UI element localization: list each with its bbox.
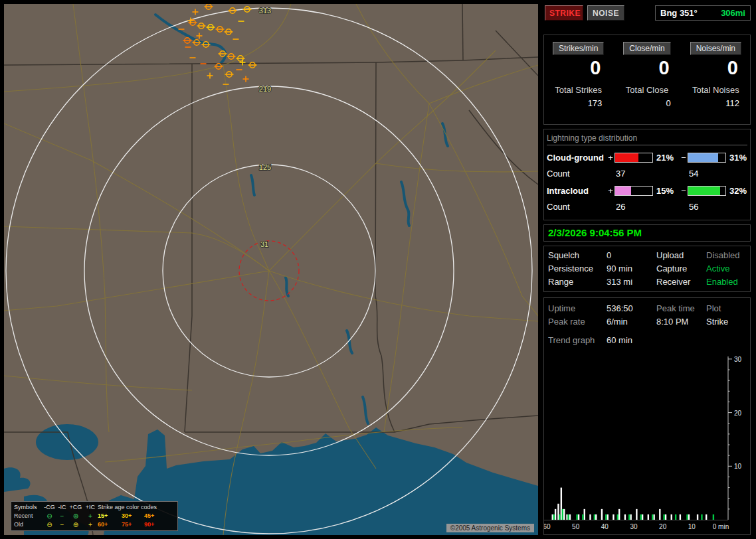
trend-y-tick-label: 30 bbox=[734, 356, 742, 363]
positive-bar bbox=[614, 153, 653, 163]
positive-count: 37 bbox=[614, 169, 653, 179]
trend-bar-noises bbox=[652, 514, 653, 520]
display-toggles: STRIKE NOISE Bng 351° 306mi bbox=[543, 5, 751, 23]
total-label: Total Noises bbox=[682, 85, 750, 95]
trend-bar-noises bbox=[713, 514, 714, 520]
positive-bar-fill bbox=[615, 187, 631, 195]
bearing-display: Bng 351° 306mi bbox=[655, 5, 751, 21]
trend-bar-strikes bbox=[671, 514, 672, 520]
rate-badge[interactable]: Strikes/min bbox=[553, 42, 604, 55]
peak-rate-value: 6/min bbox=[607, 315, 656, 329]
rate-badge[interactable]: Close/min bbox=[623, 42, 670, 55]
distribution-count-row-0: Count3754 bbox=[544, 169, 750, 179]
trend-bar-strikes bbox=[589, 514, 591, 520]
trend-graph: 1020306050403020100 min bbox=[544, 352, 751, 533]
age-code: 45+ bbox=[144, 512, 165, 520]
trend-bar-strikes bbox=[680, 514, 681, 520]
legend-row-old: Old⊖−⊕+60+75+90+ bbox=[14, 520, 175, 529]
minus-sign: − bbox=[680, 186, 688, 196]
trend-graph-label: Trend graph bbox=[548, 334, 607, 347]
positive-count: 26 bbox=[614, 202, 653, 212]
count-label: Count bbox=[547, 202, 607, 212]
range-ring-label: 125 bbox=[259, 163, 271, 171]
negative-pct: 32% bbox=[726, 186, 749, 196]
trend-bar-strikes bbox=[665, 514, 666, 520]
stat-column-1: Close/min0Total Close0 bbox=[613, 42, 681, 108]
uptime-label: Uptime bbox=[548, 302, 607, 315]
settings-row-2: Range313 miReceiverEnabled bbox=[544, 275, 750, 289]
settings-rows: Squelch0UploadDisabledPersistence90 minC… bbox=[544, 249, 750, 289]
positive-bar bbox=[614, 186, 653, 196]
trend-bar-noises bbox=[576, 514, 577, 520]
trend-x-tick-label: 50 bbox=[572, 523, 580, 530]
trend-bar-noises bbox=[567, 514, 569, 520]
legend-symbol-0: ⊖ bbox=[43, 512, 56, 520]
setting-label: Persistence bbox=[548, 262, 607, 275]
setting-value: 90 min bbox=[607, 262, 656, 275]
trend-bar-strikes bbox=[642, 514, 643, 520]
type-distribution-panel: Lightning type distribution Cloud-ground… bbox=[543, 129, 751, 220]
stat-column-2: Noises/min0Total Noises112 bbox=[682, 42, 750, 108]
trend-bar-noises bbox=[559, 514, 560, 520]
trend-bar-noises bbox=[701, 514, 702, 520]
trend-bar-noises bbox=[686, 514, 688, 520]
trend-x-tick-label: 0 min bbox=[713, 523, 729, 530]
negative-pct: 31% bbox=[726, 153, 749, 163]
trend-bar-noises bbox=[617, 514, 618, 520]
legend-header-cg: +CG bbox=[68, 503, 83, 512]
trend-bar-strikes bbox=[569, 514, 571, 520]
distribution-row-0: Cloud-ground+21%−31% bbox=[544, 153, 750, 163]
legend-header-ic: -IC bbox=[56, 503, 68, 512]
positive-bar-fill bbox=[615, 153, 638, 162]
trend-x-tick-label: 10 bbox=[688, 523, 696, 530]
legend-row-label: Old bbox=[14, 520, 43, 529]
age-code: 60+ bbox=[98, 520, 122, 529]
trend-bar-strikes bbox=[601, 509, 603, 520]
settings-panel: Squelch0UploadDisabledPersistence90 minC… bbox=[543, 246, 751, 292]
status-panel: Uptime 536:50 Peak time Plot Peak rate 6… bbox=[543, 297, 751, 535]
strike-map: 31321912531 Symbols-CG-IC+CG+ICStrike ag… bbox=[4, 4, 538, 535]
setting-status-value: Enabled bbox=[706, 275, 750, 289]
setting-label: Squelch bbox=[548, 249, 607, 262]
stat-column-0: Strikes/min0Total Strikes173 bbox=[544, 42, 613, 108]
trend-x-tick-label: 20 bbox=[659, 523, 667, 530]
trend-bar-strikes bbox=[659, 509, 660, 520]
total-value: 112 bbox=[682, 98, 750, 108]
range-ring-label: 31 bbox=[260, 240, 268, 248]
positive-pct: 21% bbox=[653, 153, 680, 163]
trend-x-tick-label: 40 bbox=[601, 523, 609, 530]
trend-x-tick-label: 60 bbox=[544, 523, 551, 530]
trend-bar-strikes bbox=[563, 509, 565, 520]
negative-count: 56 bbox=[688, 202, 726, 212]
trend-bar-noises bbox=[553, 514, 555, 520]
negative-bar bbox=[688, 186, 726, 196]
status-row-1: Uptime 536:50 Peak time Plot bbox=[544, 302, 750, 315]
trend-bar-noises bbox=[594, 514, 595, 520]
copyright-label: ©2005 Astrogenic Systems bbox=[446, 524, 534, 532]
trend-bar-strikes bbox=[688, 514, 690, 520]
legend-row-recent: Recent⊖−⊕+15+30+45+ bbox=[14, 512, 175, 520]
count-label: Count bbox=[547, 169, 607, 179]
positive-pct: 15% bbox=[653, 186, 680, 196]
nexstorm-window: 31321912531 Symbols-CG-IC+CG+ICStrike ag… bbox=[0, 0, 756, 539]
range-ring-label: 219 bbox=[259, 85, 271, 93]
trend-bar-noises bbox=[640, 514, 642, 520]
total-label: Total Strikes bbox=[544, 85, 613, 95]
distribution-rows: Cloud-ground+21%−31%Count3754Intracloud+… bbox=[544, 153, 750, 212]
plot-value: Strike bbox=[706, 315, 750, 329]
rate-counters: Strikes/min0Total Strikes173Close/min0To… bbox=[544, 35, 750, 108]
negative-bar bbox=[688, 153, 726, 163]
rate-badge[interactable]: Noises/min bbox=[690, 42, 741, 55]
distribution-row-1: Intracloud+15%−32% bbox=[544, 186, 750, 196]
trend-y-tick-label: 10 bbox=[734, 463, 742, 470]
setting-label: Range bbox=[548, 275, 607, 289]
type-name: Cloud-ground bbox=[547, 153, 607, 163]
age-code: 90+ bbox=[144, 520, 165, 529]
noise-toggle-button[interactable]: NOISE bbox=[587, 5, 624, 21]
trend-bar-strikes bbox=[595, 514, 597, 520]
legend-symbol-2: ⊕ bbox=[68, 520, 83, 529]
legend-symbol-1: − bbox=[56, 520, 68, 529]
strike-toggle-button[interactable]: STRIKE bbox=[545, 5, 583, 21]
bearing-distance: 306mi bbox=[721, 8, 745, 18]
control-panel: STRIKE NOISE Bng 351° 306mi Strikes/min0… bbox=[542, 0, 755, 539]
